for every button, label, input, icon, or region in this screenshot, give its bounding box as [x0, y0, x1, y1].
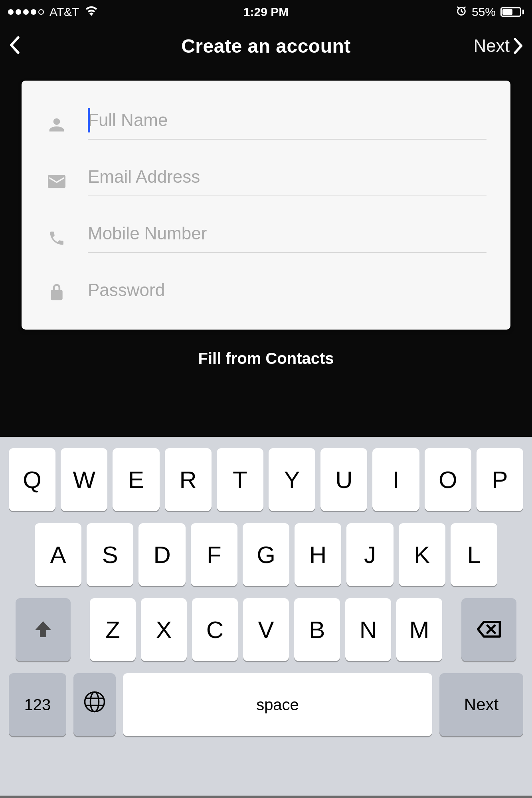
key-j[interactable]: J: [346, 523, 393, 586]
full-name-row: [45, 97, 487, 153]
status-left: AT&T: [8, 5, 98, 19]
email-input[interactable]: [88, 167, 487, 187]
signup-form-card: [22, 81, 510, 330]
status-bar: AT&T 1:29 PM 55%: [0, 0, 532, 24]
wifi-icon: [85, 5, 98, 19]
svg-point-1: [85, 692, 105, 712]
back-button[interactable]: [9, 36, 20, 55]
keyboard-row-3: Z X C V B N M: [0, 598, 532, 661]
key-numeric[interactable]: 123: [9, 673, 66, 736]
shift-icon: [34, 616, 53, 644]
chevron-left-icon: [9, 36, 20, 54]
backspace-icon: [477, 616, 501, 644]
key-k[interactable]: K: [399, 523, 445, 586]
chevron-right-icon: [514, 38, 523, 54]
key-e[interactable]: E: [113, 448, 159, 511]
battery-percent: 55%: [472, 5, 496, 19]
key-s[interactable]: S: [87, 523, 133, 586]
status-time: 1:29 PM: [243, 5, 289, 19]
key-h[interactable]: H: [295, 523, 341, 586]
key-z[interactable]: Z: [90, 598, 136, 661]
key-r[interactable]: R: [165, 448, 212, 511]
fill-from-contacts-button[interactable]: Fill from Contacts: [0, 350, 532, 369]
on-screen-keyboard: Q W E R T Y U I O P A S D F G H J K L Z …: [0, 437, 532, 798]
signal-strength-icon: [8, 9, 44, 15]
key-y[interactable]: Y: [269, 448, 315, 511]
page-title: Create an account: [181, 35, 351, 57]
alarm-icon: [456, 5, 467, 19]
key-b[interactable]: B: [294, 598, 340, 661]
key-return[interactable]: Next: [439, 673, 523, 736]
keyboard-row-4: 123 space Next: [0, 673, 532, 736]
key-w[interactable]: W: [61, 448, 107, 511]
phone-icon: [45, 229, 68, 247]
mobile-row: [45, 210, 487, 267]
lock-icon: [45, 283, 68, 301]
key-space[interactable]: space: [123, 673, 432, 736]
status-right: 55%: [456, 5, 524, 19]
next-button[interactable]: Next: [474, 36, 523, 56]
envelope-icon: [45, 173, 68, 190]
person-icon: [45, 116, 68, 134]
password-input[interactable]: [88, 280, 487, 300]
key-f[interactable]: F: [191, 523, 237, 586]
keyboard-row-2: A S D F G H J K L: [0, 523, 532, 586]
globe-icon: [83, 691, 106, 719]
key-d[interactable]: D: [138, 523, 185, 586]
key-backspace[interactable]: [461, 598, 516, 661]
key-shift[interactable]: [16, 598, 71, 661]
nav-bar: Create an account Next: [0, 24, 532, 68]
key-n[interactable]: N: [345, 598, 391, 661]
key-g[interactable]: G: [243, 523, 289, 586]
key-p[interactable]: P: [477, 448, 523, 511]
key-a[interactable]: A: [35, 523, 81, 586]
key-m[interactable]: M: [396, 598, 442, 661]
key-v[interactable]: V: [243, 598, 289, 661]
key-globe[interactable]: [73, 673, 116, 736]
key-i[interactable]: I: [372, 448, 419, 511]
keyboard-row-1: Q W E R T Y U I O P: [0, 448, 532, 511]
key-c[interactable]: C: [192, 598, 238, 661]
key-o[interactable]: O: [425, 448, 471, 511]
key-q[interactable]: Q: [9, 448, 55, 511]
svg-point-2: [91, 692, 99, 712]
email-row: [45, 153, 487, 210]
key-x[interactable]: X: [141, 598, 187, 661]
key-u[interactable]: U: [320, 448, 367, 511]
key-t[interactable]: T: [217, 448, 263, 511]
full-name-input[interactable]: [88, 110, 487, 130]
next-label: Next: [474, 36, 510, 56]
bottom-bar: [0, 796, 532, 798]
battery-icon: [500, 7, 524, 17]
password-row: [45, 267, 487, 318]
key-l[interactable]: L: [451, 523, 497, 586]
carrier-label: AT&T: [49, 5, 79, 19]
mobile-number-input[interactable]: [88, 223, 487, 243]
text-cursor: [88, 108, 90, 132]
